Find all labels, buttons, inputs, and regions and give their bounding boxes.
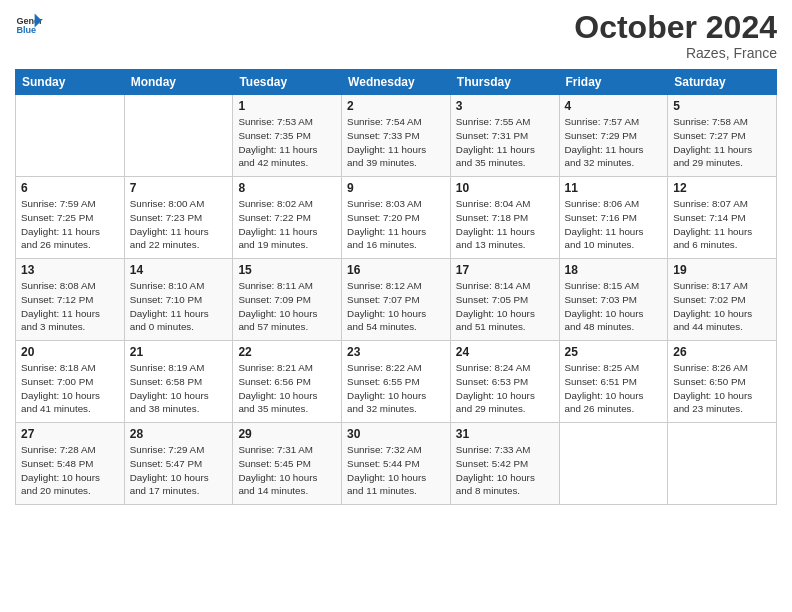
header-tuesday: Tuesday	[233, 70, 342, 95]
day-number: 22	[238, 345, 336, 359]
day-number: 17	[456, 263, 554, 277]
day-info: Sunrise: 8:04 AMSunset: 7:18 PMDaylight:…	[456, 197, 554, 252]
day-info: Sunrise: 8:02 AMSunset: 7:22 PMDaylight:…	[238, 197, 336, 252]
day-number: 9	[347, 181, 445, 195]
month-title: October 2024	[574, 10, 777, 45]
day-number: 4	[565, 99, 663, 113]
title-block: October 2024 Razes, France	[574, 10, 777, 61]
calendar-body: 1Sunrise: 7:53 AMSunset: 7:35 PMDaylight…	[16, 95, 777, 505]
day-cell	[668, 423, 777, 505]
day-cell: 5Sunrise: 7:58 AMSunset: 7:27 PMDaylight…	[668, 95, 777, 177]
day-info: Sunrise: 7:55 AMSunset: 7:31 PMDaylight:…	[456, 115, 554, 170]
header-thursday: Thursday	[450, 70, 559, 95]
day-info: Sunrise: 8:12 AMSunset: 7:07 PMDaylight:…	[347, 279, 445, 334]
day-info: Sunrise: 7:57 AMSunset: 7:29 PMDaylight:…	[565, 115, 663, 170]
day-info: Sunrise: 7:28 AMSunset: 5:48 PMDaylight:…	[21, 443, 119, 498]
day-info: Sunrise: 7:59 AMSunset: 7:25 PMDaylight:…	[21, 197, 119, 252]
day-number: 8	[238, 181, 336, 195]
day-cell: 28Sunrise: 7:29 AMSunset: 5:47 PMDayligh…	[124, 423, 233, 505]
day-info: Sunrise: 8:26 AMSunset: 6:50 PMDaylight:…	[673, 361, 771, 416]
calendar-page: General Blue October 2024 Razes, France …	[0, 0, 792, 612]
day-number: 15	[238, 263, 336, 277]
day-info: Sunrise: 8:00 AMSunset: 7:23 PMDaylight:…	[130, 197, 228, 252]
day-cell: 6Sunrise: 7:59 AMSunset: 7:25 PMDaylight…	[16, 177, 125, 259]
header: General Blue October 2024 Razes, France	[15, 10, 777, 61]
day-info: Sunrise: 8:21 AMSunset: 6:56 PMDaylight:…	[238, 361, 336, 416]
day-cell: 7Sunrise: 8:00 AMSunset: 7:23 PMDaylight…	[124, 177, 233, 259]
day-number: 16	[347, 263, 445, 277]
day-number: 31	[456, 427, 554, 441]
day-number: 7	[130, 181, 228, 195]
day-info: Sunrise: 8:25 AMSunset: 6:51 PMDaylight:…	[565, 361, 663, 416]
day-number: 11	[565, 181, 663, 195]
day-cell: 2Sunrise: 7:54 AMSunset: 7:33 PMDaylight…	[342, 95, 451, 177]
day-cell: 12Sunrise: 8:07 AMSunset: 7:14 PMDayligh…	[668, 177, 777, 259]
day-cell: 1Sunrise: 7:53 AMSunset: 7:35 PMDaylight…	[233, 95, 342, 177]
day-info: Sunrise: 7:31 AMSunset: 5:45 PMDaylight:…	[238, 443, 336, 498]
day-cell: 27Sunrise: 7:28 AMSunset: 5:48 PMDayligh…	[16, 423, 125, 505]
day-number: 14	[130, 263, 228, 277]
logo-icon: General Blue	[15, 10, 43, 38]
day-number: 24	[456, 345, 554, 359]
day-cell: 30Sunrise: 7:32 AMSunset: 5:44 PMDayligh…	[342, 423, 451, 505]
day-number: 26	[673, 345, 771, 359]
day-number: 10	[456, 181, 554, 195]
day-cell: 21Sunrise: 8:19 AMSunset: 6:58 PMDayligh…	[124, 341, 233, 423]
header-wednesday: Wednesday	[342, 70, 451, 95]
day-info: Sunrise: 8:11 AMSunset: 7:09 PMDaylight:…	[238, 279, 336, 334]
day-number: 2	[347, 99, 445, 113]
week-row-4: 20Sunrise: 8:18 AMSunset: 7:00 PMDayligh…	[16, 341, 777, 423]
day-cell: 25Sunrise: 8:25 AMSunset: 6:51 PMDayligh…	[559, 341, 668, 423]
day-number: 5	[673, 99, 771, 113]
day-number: 21	[130, 345, 228, 359]
day-info: Sunrise: 8:19 AMSunset: 6:58 PMDaylight:…	[130, 361, 228, 416]
day-cell: 8Sunrise: 8:02 AMSunset: 7:22 PMDaylight…	[233, 177, 342, 259]
day-cell: 23Sunrise: 8:22 AMSunset: 6:55 PMDayligh…	[342, 341, 451, 423]
day-info: Sunrise: 7:58 AMSunset: 7:27 PMDaylight:…	[673, 115, 771, 170]
day-cell: 15Sunrise: 8:11 AMSunset: 7:09 PMDayligh…	[233, 259, 342, 341]
day-cell: 19Sunrise: 8:17 AMSunset: 7:02 PMDayligh…	[668, 259, 777, 341]
day-info: Sunrise: 8:17 AMSunset: 7:02 PMDaylight:…	[673, 279, 771, 334]
day-cell: 29Sunrise: 7:31 AMSunset: 5:45 PMDayligh…	[233, 423, 342, 505]
day-info: Sunrise: 8:10 AMSunset: 7:10 PMDaylight:…	[130, 279, 228, 334]
day-cell	[559, 423, 668, 505]
day-info: Sunrise: 8:08 AMSunset: 7:12 PMDaylight:…	[21, 279, 119, 334]
header-monday: Monday	[124, 70, 233, 95]
day-info: Sunrise: 7:53 AMSunset: 7:35 PMDaylight:…	[238, 115, 336, 170]
day-cell	[16, 95, 125, 177]
day-cell: 11Sunrise: 8:06 AMSunset: 7:16 PMDayligh…	[559, 177, 668, 259]
day-info: Sunrise: 8:18 AMSunset: 7:00 PMDaylight:…	[21, 361, 119, 416]
day-number: 25	[565, 345, 663, 359]
day-info: Sunrise: 8:06 AMSunset: 7:16 PMDaylight:…	[565, 197, 663, 252]
header-saturday: Saturday	[668, 70, 777, 95]
day-number: 20	[21, 345, 119, 359]
day-cell: 14Sunrise: 8:10 AMSunset: 7:10 PMDayligh…	[124, 259, 233, 341]
day-info: Sunrise: 8:14 AMSunset: 7:05 PMDaylight:…	[456, 279, 554, 334]
day-cell	[124, 95, 233, 177]
day-number: 3	[456, 99, 554, 113]
header-friday: Friday	[559, 70, 668, 95]
day-number: 28	[130, 427, 228, 441]
calendar-table: Sunday Monday Tuesday Wednesday Thursday…	[15, 69, 777, 505]
header-row: Sunday Monday Tuesday Wednesday Thursday…	[16, 70, 777, 95]
day-cell: 22Sunrise: 8:21 AMSunset: 6:56 PMDayligh…	[233, 341, 342, 423]
day-cell: 31Sunrise: 7:33 AMSunset: 5:42 PMDayligh…	[450, 423, 559, 505]
day-number: 23	[347, 345, 445, 359]
logo: General Blue	[15, 10, 43, 38]
week-row-2: 6Sunrise: 7:59 AMSunset: 7:25 PMDaylight…	[16, 177, 777, 259]
location: Razes, France	[574, 45, 777, 61]
day-number: 13	[21, 263, 119, 277]
day-info: Sunrise: 7:29 AMSunset: 5:47 PMDaylight:…	[130, 443, 228, 498]
day-number: 12	[673, 181, 771, 195]
day-info: Sunrise: 8:15 AMSunset: 7:03 PMDaylight:…	[565, 279, 663, 334]
day-cell: 26Sunrise: 8:26 AMSunset: 6:50 PMDayligh…	[668, 341, 777, 423]
day-cell: 20Sunrise: 8:18 AMSunset: 7:00 PMDayligh…	[16, 341, 125, 423]
day-cell: 13Sunrise: 8:08 AMSunset: 7:12 PMDayligh…	[16, 259, 125, 341]
day-cell: 9Sunrise: 8:03 AMSunset: 7:20 PMDaylight…	[342, 177, 451, 259]
calendar-header: Sunday Monday Tuesday Wednesday Thursday…	[16, 70, 777, 95]
week-row-5: 27Sunrise: 7:28 AMSunset: 5:48 PMDayligh…	[16, 423, 777, 505]
day-info: Sunrise: 8:07 AMSunset: 7:14 PMDaylight:…	[673, 197, 771, 252]
day-number: 27	[21, 427, 119, 441]
week-row-1: 1Sunrise: 7:53 AMSunset: 7:35 PMDaylight…	[16, 95, 777, 177]
day-cell: 10Sunrise: 8:04 AMSunset: 7:18 PMDayligh…	[450, 177, 559, 259]
